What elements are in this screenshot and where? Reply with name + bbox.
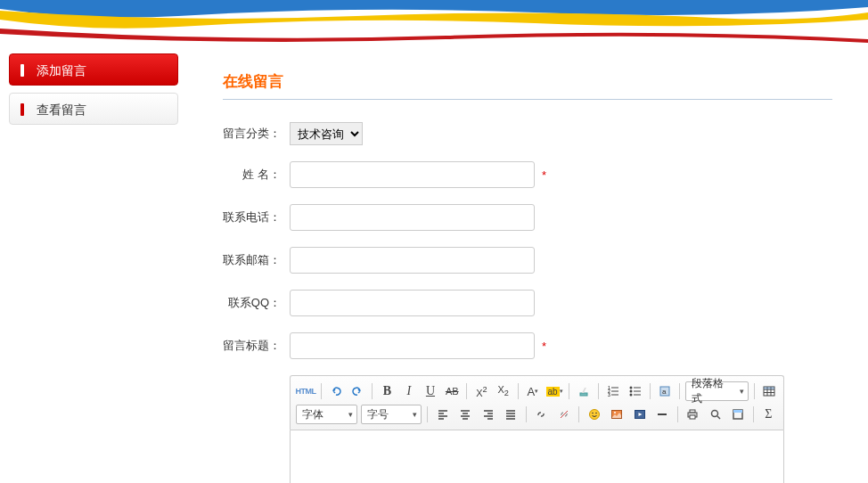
block-format-dropdown[interactable]: 段落格式 xyxy=(685,381,749,401)
svg-line-49 xyxy=(717,416,720,419)
background-color-button[interactable]: ab▾ xyxy=(545,381,563,401)
svg-point-39 xyxy=(592,413,594,414)
source-button[interactable]: HTML xyxy=(296,381,315,401)
svg-rect-0 xyxy=(580,393,587,396)
svg-text:a: a xyxy=(662,388,667,396)
label-qq: 联系QQ： xyxy=(223,295,290,311)
header-decoration xyxy=(0,0,868,45)
rich-text-editor: HTML B I U AB X2 X2 A▾ ab▾ xyxy=(290,375,784,483)
input-email[interactable] xyxy=(290,247,535,274)
sidebar-item-label: 查看留言 xyxy=(37,102,86,117)
align-right-button[interactable] xyxy=(479,405,497,424)
redo-button[interactable] xyxy=(348,381,366,401)
label-title: 留言标题： xyxy=(223,338,290,354)
hr-button[interactable] xyxy=(652,405,671,424)
special-char-button[interactable]: Σ xyxy=(759,405,778,424)
image-button[interactable] xyxy=(608,405,626,424)
svg-rect-47 xyxy=(690,415,695,419)
main-content: 在线留言 留言分类： 技术咨询 姓 名： * 联系电话： 联系邮箱： 联系QQ：… xyxy=(196,53,859,483)
strikethrough-button[interactable]: AB xyxy=(443,381,461,401)
svg-text:3: 3 xyxy=(608,392,610,397)
media-button[interactable] xyxy=(630,405,649,424)
underline-button[interactable]: U xyxy=(422,381,439,401)
link-button[interactable] xyxy=(532,405,551,424)
unordered-list-button[interactable] xyxy=(626,381,644,401)
text-color-button[interactable]: A▾ xyxy=(524,381,542,401)
svg-point-9 xyxy=(629,390,632,393)
input-qq[interactable] xyxy=(290,290,535,316)
svg-point-40 xyxy=(595,413,597,414)
subscript-button[interactable]: X2 xyxy=(495,381,512,401)
sidebar: 添加留言 查看留言 xyxy=(9,53,178,483)
unlink-button[interactable] xyxy=(554,405,573,424)
table-button[interactable] xyxy=(760,381,778,401)
svg-point-42 xyxy=(614,412,616,413)
align-left-button[interactable] xyxy=(433,405,452,424)
align-justify-button[interactable] xyxy=(501,405,520,424)
superscript-button[interactable]: X2 xyxy=(472,381,490,401)
font-size-dropdown[interactable]: 字号 xyxy=(361,405,422,424)
label-phone: 联系电话： xyxy=(223,209,290,225)
svg-point-11 xyxy=(629,394,632,397)
svg-rect-20 xyxy=(764,387,774,389)
input-title[interactable] xyxy=(290,332,535,359)
label-email: 联系邮箱： xyxy=(223,252,290,268)
ordered-list-button[interactable]: 123 xyxy=(604,381,622,401)
editor-body[interactable] xyxy=(290,430,784,483)
active-bar xyxy=(20,64,24,77)
preview-button[interactable] xyxy=(706,405,725,424)
align-center-button[interactable] xyxy=(456,405,475,424)
page-title: 在线留言 xyxy=(223,71,832,100)
input-name[interactable] xyxy=(290,161,535,188)
inactive-bar xyxy=(20,103,24,116)
font-family-dropdown[interactable]: 字体 xyxy=(296,405,357,424)
required-mark: * xyxy=(542,168,546,182)
emoji-button[interactable] xyxy=(585,405,603,424)
remove-format-button[interactable] xyxy=(575,381,593,401)
select-all-button[interactable]: a xyxy=(656,381,674,401)
svg-point-7 xyxy=(629,387,632,389)
print-button[interactable] xyxy=(684,405,702,424)
editor-toolbar: HTML B I U AB X2 X2 A▾ ab▾ xyxy=(290,375,784,430)
sidebar-item-view-messages[interactable]: 查看留言 xyxy=(9,93,178,125)
sidebar-item-add-message[interactable]: 添加留言 xyxy=(9,53,178,86)
maximize-button[interactable] xyxy=(728,405,747,424)
input-phone[interactable] xyxy=(290,204,535,231)
svg-point-38 xyxy=(590,410,600,420)
label-category: 留言分类： xyxy=(223,126,290,142)
undo-button[interactable] xyxy=(327,381,345,401)
svg-point-48 xyxy=(711,411,717,417)
required-mark: * xyxy=(542,340,546,353)
select-category[interactable]: 技术咨询 xyxy=(290,122,363,145)
italic-button[interactable]: I xyxy=(400,381,418,401)
bold-button[interactable]: B xyxy=(378,381,396,401)
svg-rect-51 xyxy=(733,410,742,413)
sidebar-item-label: 添加留言 xyxy=(37,63,86,78)
label-name: 姓 名： xyxy=(223,167,290,183)
